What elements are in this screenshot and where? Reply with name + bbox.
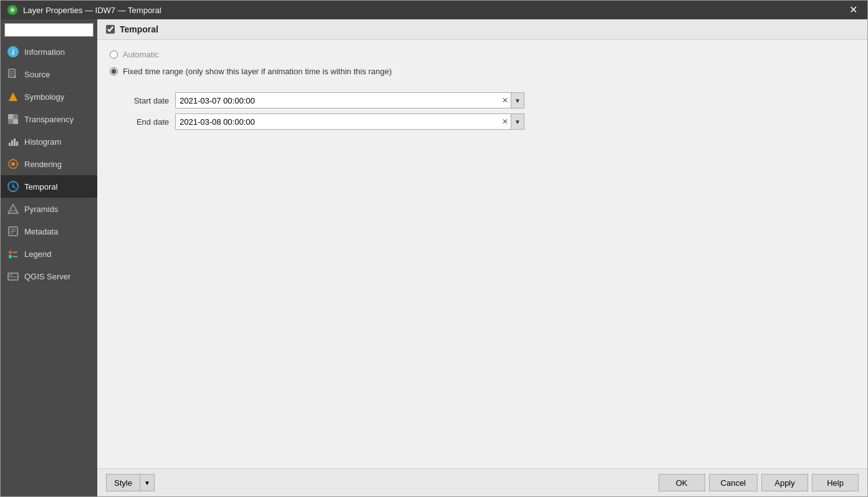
footer-right: OK Cancel Apply Help (658, 474, 859, 491)
svg-point-36 (9, 274, 11, 276)
dialog: Layer Properties — IDW7 — Temporal ✕ i I… (0, 0, 868, 497)
content-area: Temporal Automatic Fixed time range (onl… (97, 19, 867, 496)
symbology-icon (7, 90, 19, 103)
rendering-icon (7, 158, 19, 170)
start-date-clear-button[interactable]: ✕ (499, 93, 511, 108)
fixed-range-radio[interactable] (110, 67, 118, 75)
sidebar-item-pyramids[interactable]: Pyramids (1, 198, 97, 220)
qgis-server-icon (7, 270, 19, 282)
svg-rect-11 (8, 114, 13, 119)
sidebar-item-source[interactable]: Source (1, 63, 97, 85)
dialog-title: Layer Properties — IDW7 — Temporal (23, 6, 162, 15)
sidebar-label-rendering: Rendering (24, 160, 62, 169)
svg-point-24 (12, 186, 14, 188)
svg-rect-35 (8, 273, 18, 280)
start-date-row: Start date ✕ ▼ (122, 92, 855, 109)
svg-point-2 (11, 9, 14, 11)
sidebar-label-pyramids: Pyramids (24, 205, 58, 214)
title-bar-left: Layer Properties — IDW7 — Temporal (7, 4, 162, 16)
svg-rect-32 (9, 255, 12, 258)
content-body: Automatic Fixed time range (only show th… (97, 40, 867, 468)
fixed-range-radio-row: Fixed time range (only show this layer i… (110, 67, 855, 76)
transparency-icon (7, 113, 19, 125)
sidebar-label-source: Source (24, 70, 50, 79)
sidebar-item-rendering[interactable]: Rendering (1, 153, 97, 175)
end-date-clear-button[interactable]: ✕ (499, 114, 511, 129)
automatic-radio-row: Automatic (110, 50, 855, 59)
apply-button[interactable]: Apply (761, 474, 808, 491)
sidebar-label-symbology: Symbology (24, 92, 64, 102)
sidebar-label-histogram: Histogram (24, 137, 61, 147)
svg-rect-14 (11, 140, 13, 146)
sidebar: i Information Source (1, 19, 97, 496)
svg-point-20 (11, 162, 15, 166)
svg-rect-13 (9, 143, 11, 146)
close-button[interactable]: ✕ (846, 4, 861, 16)
svg-rect-12 (13, 119, 18, 124)
end-date-input[interactable] (176, 114, 499, 129)
help-button[interactable]: Help (812, 474, 859, 491)
svg-marker-9 (9, 92, 17, 101)
footer: Style ▼ OK Cancel Apply Help (97, 468, 867, 496)
start-date-label: Start date (122, 96, 169, 105)
start-date-input-wrapper: ✕ ▼ (175, 92, 524, 109)
svg-point-37 (11, 274, 12, 276)
qgis-logo-icon (7, 4, 18, 16)
svg-rect-31 (9, 251, 12, 254)
sidebar-label-metadata: Metadata (24, 227, 58, 236)
automatic-radio[interactable] (110, 51, 118, 59)
automatic-label[interactable]: Automatic (123, 50, 159, 59)
title-bar: Layer Properties — IDW7 — Temporal ✕ (1, 1, 867, 19)
fixed-range-label[interactable]: Fixed time range (only show this layer i… (123, 67, 392, 76)
style-button[interactable]: Style (106, 474, 140, 491)
main-area: i Information Source (1, 19, 867, 496)
search-input[interactable] (4, 23, 94, 37)
end-date-dropdown-button[interactable]: ▼ (511, 114, 524, 129)
date-fields: Start date ✕ ▼ End date (122, 92, 855, 130)
source-icon (7, 68, 19, 80)
info-icon: i (7, 46, 19, 58)
end-date-label: End date (122, 117, 169, 127)
style-dropdown-button[interactable]: ▼ (140, 474, 155, 491)
cancel-button[interactable]: Cancel (709, 474, 758, 491)
svg-rect-15 (14, 138, 16, 146)
radio-group: Automatic Fixed time range (only show th… (110, 50, 855, 130)
sidebar-item-metadata[interactable]: Metadata (1, 220, 97, 243)
sidebar-label-information: Information (24, 47, 65, 57)
start-date-dropdown-button[interactable]: ▼ (511, 93, 524, 108)
temporal-enable-checkbox[interactable] (106, 25, 115, 34)
sidebar-label-temporal: Temporal (24, 182, 57, 191)
sidebar-item-temporal[interactable]: Temporal (1, 175, 97, 198)
sidebar-item-legend[interactable]: Legend (1, 243, 97, 265)
content-header-title: Temporal (120, 24, 158, 34)
end-date-row: End date ✕ ▼ (122, 113, 855, 130)
histogram-icon (7, 135, 19, 148)
sidebar-item-symbology[interactable]: Symbology (1, 85, 97, 108)
temporal-icon (7, 180, 19, 193)
search-bar (1, 19, 97, 41)
svg-marker-25 (8, 205, 18, 213)
sidebar-label-legend: Legend (24, 249, 51, 259)
content-header: Temporal (97, 19, 867, 40)
sidebar-item-histogram[interactable]: Histogram (1, 130, 97, 153)
sidebar-label-qgis-server: QGIS Server (24, 272, 70, 281)
sidebar-label-transparency: Transparency (24, 115, 74, 124)
pyramids-icon (7, 203, 19, 215)
sidebar-item-transparency[interactable]: Transparency (1, 108, 97, 130)
start-date-input[interactable] (176, 93, 499, 108)
sidebar-item-information[interactable]: i Information (1, 41, 97, 63)
ok-button[interactable]: OK (658, 474, 705, 491)
svg-text:i: i (12, 47, 14, 57)
footer-left: Style ▼ (106, 474, 155, 491)
end-date-input-wrapper: ✕ ▼ (175, 113, 524, 130)
metadata-icon (7, 225, 19, 238)
sidebar-item-qgis-server[interactable]: QGIS Server (1, 265, 97, 287)
svg-rect-16 (16, 142, 18, 146)
legend-icon (7, 248, 19, 260)
